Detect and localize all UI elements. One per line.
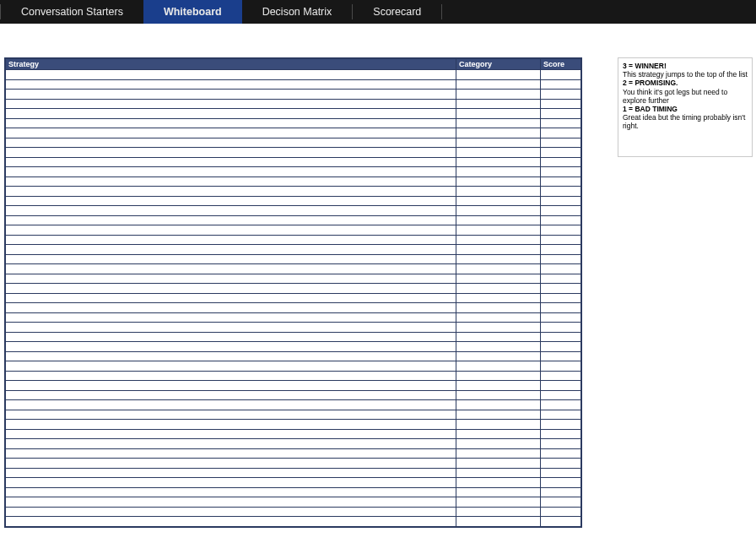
- cell-strategy[interactable]: [6, 342, 456, 352]
- table-row[interactable]: [6, 90, 581, 100]
- table-row[interactable]: [6, 99, 581, 109]
- cell-category[interactable]: [456, 429, 541, 439]
- table-row[interactable]: [6, 176, 581, 187]
- table-row[interactable]: [6, 361, 581, 372]
- table-row[interactable]: [6, 215, 581, 225]
- cell-category[interactable]: [456, 254, 541, 264]
- table-row[interactable]: [6, 400, 581, 410]
- cell-score[interactable]: [541, 507, 581, 517]
- cell-score[interactable]: [541, 138, 581, 148]
- cell-score[interactable]: [541, 109, 581, 119]
- cell-category[interactable]: [456, 459, 541, 469]
- cell-strategy[interactable]: [6, 109, 456, 119]
- cell-score[interactable]: [541, 497, 581, 508]
- cell-category[interactable]: [456, 167, 541, 177]
- cell-score[interactable]: [541, 206, 581, 216]
- cell-score[interactable]: [541, 439, 581, 449]
- cell-category[interactable]: [456, 487, 541, 497]
- cell-category[interactable]: [456, 157, 541, 167]
- cell-strategy[interactable]: [6, 410, 456, 420]
- cell-score[interactable]: [541, 361, 581, 372]
- table-row[interactable]: [6, 109, 581, 119]
- cell-strategy[interactable]: [6, 206, 456, 216]
- cell-score[interactable]: [541, 400, 581, 410]
- cell-category[interactable]: [456, 342, 541, 352]
- cell-strategy[interactable]: [6, 439, 456, 449]
- cell-score[interactable]: [541, 99, 581, 109]
- cell-strategy[interactable]: [6, 225, 456, 236]
- table-row[interactable]: [6, 459, 581, 469]
- cell-category[interactable]: [456, 215, 541, 225]
- table-row[interactable]: [6, 468, 581, 478]
- cell-category[interactable]: [456, 196, 541, 206]
- cell-category[interactable]: [456, 323, 541, 333]
- cell-category[interactable]: [456, 371, 541, 381]
- tab-conversation-starters[interactable]: Conversation Starters: [1, 0, 143, 24]
- cell-category[interactable]: [456, 176, 541, 187]
- cell-strategy[interactable]: [6, 99, 456, 109]
- cell-category[interactable]: [456, 235, 541, 245]
- cell-score[interactable]: [541, 118, 581, 128]
- cell-score[interactable]: [541, 487, 581, 497]
- cell-score[interactable]: [541, 176, 581, 187]
- cell-strategy[interactable]: [6, 118, 456, 128]
- cell-strategy[interactable]: [6, 293, 456, 303]
- cell-score[interactable]: [541, 196, 581, 206]
- cell-strategy[interactable]: [6, 390, 456, 400]
- cell-strategy[interactable]: [6, 70, 456, 80]
- tab-whiteboard[interactable]: Whiteboard: [143, 0, 242, 24]
- table-row[interactable]: [6, 390, 581, 400]
- table-row[interactable]: [6, 478, 581, 488]
- cell-score[interactable]: [541, 332, 581, 342]
- cell-score[interactable]: [541, 284, 581, 294]
- cell-score[interactable]: [541, 468, 581, 478]
- cell-score[interactable]: [541, 79, 581, 90]
- cell-strategy[interactable]: [6, 196, 456, 206]
- cell-strategy[interactable]: [6, 332, 456, 342]
- cell-score[interactable]: [541, 264, 581, 274]
- cell-strategy[interactable]: [6, 176, 456, 187]
- cell-strategy[interactable]: [6, 381, 456, 391]
- cell-category[interactable]: [456, 245, 541, 255]
- table-row[interactable]: [6, 497, 581, 508]
- cell-strategy[interactable]: [6, 187, 456, 197]
- table-row[interactable]: [6, 312, 581, 323]
- cell-category[interactable]: [456, 293, 541, 303]
- cell-strategy[interactable]: [6, 478, 456, 488]
- table-row[interactable]: [6, 206, 581, 216]
- cell-score[interactable]: [541, 245, 581, 255]
- table-row[interactable]: [6, 148, 581, 158]
- tab-scorecard[interactable]: Scorecard: [353, 0, 441, 24]
- cell-category[interactable]: [456, 264, 541, 274]
- cell-category[interactable]: [456, 390, 541, 400]
- table-row[interactable]: [6, 351, 581, 361]
- table-row[interactable]: [6, 245, 581, 255]
- cell-strategy[interactable]: [6, 245, 456, 255]
- table-row[interactable]: [6, 420, 581, 430]
- table-row[interactable]: [6, 167, 581, 177]
- table-row[interactable]: [6, 507, 581, 517]
- cell-strategy[interactable]: [6, 507, 456, 517]
- cell-category[interactable]: [456, 400, 541, 410]
- cell-strategy[interactable]: [6, 371, 456, 381]
- table-row[interactable]: [6, 264, 581, 274]
- cell-strategy[interactable]: [6, 284, 456, 294]
- cell-score[interactable]: [541, 420, 581, 430]
- cell-score[interactable]: [541, 274, 581, 284]
- cell-strategy[interactable]: [6, 254, 456, 264]
- cell-score[interactable]: [541, 517, 581, 527]
- cell-category[interactable]: [456, 361, 541, 372]
- cell-score[interactable]: [541, 90, 581, 100]
- cell-score[interactable]: [541, 70, 581, 80]
- cell-category[interactable]: [456, 90, 541, 100]
- cell-score[interactable]: [541, 128, 581, 138]
- cell-score[interactable]: [541, 410, 581, 420]
- tab-decision-matrix[interactable]: Decison Matrix: [242, 0, 353, 24]
- cell-category[interactable]: [456, 118, 541, 128]
- table-row[interactable]: [6, 303, 581, 313]
- cell-strategy[interactable]: [6, 459, 456, 469]
- cell-score[interactable]: [541, 157, 581, 167]
- cell-strategy[interactable]: [6, 517, 456, 527]
- table-row[interactable]: [6, 448, 581, 459]
- table-row[interactable]: [6, 487, 581, 497]
